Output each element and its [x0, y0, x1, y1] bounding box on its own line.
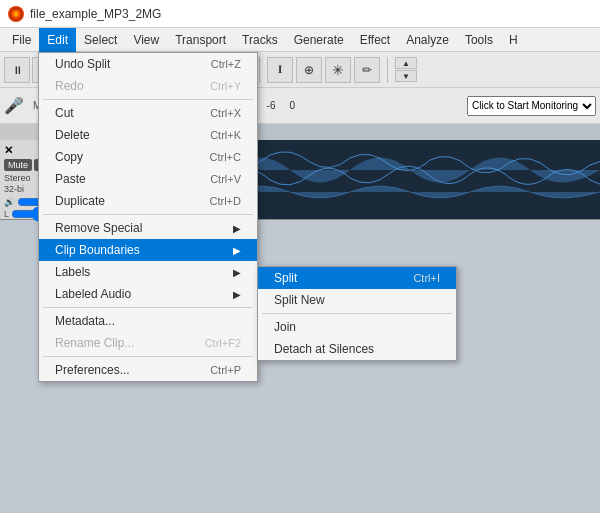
menu-duplicate[interactable]: Duplicate Ctrl+D: [39, 190, 257, 212]
menu-copy[interactable]: Copy Ctrl+C: [39, 146, 257, 168]
submenu-detach-at-silences[interactable]: Detach at Silences: [258, 338, 456, 360]
menu-cut[interactable]: Cut Ctrl+X: [39, 102, 257, 124]
svg-point-2: [14, 12, 18, 16]
cursor-tool[interactable]: 𝐈: [267, 57, 293, 83]
submenu-split-new[interactable]: Split New: [258, 289, 456, 311]
menu-effect[interactable]: Effect: [352, 28, 398, 52]
clip-boundaries-submenu: Split Ctrl+I Split New Join Detach at Si…: [257, 266, 457, 361]
pause-button[interactable]: ⏸: [4, 57, 30, 83]
sep-3: [43, 307, 253, 308]
arrow-up-button[interactable]: ▲: [395, 57, 417, 69]
mic-icon: 🎤: [4, 96, 24, 115]
app-icon: [8, 6, 24, 22]
menu-clip-boundaries[interactable]: Clip Boundaries ▶: [39, 239, 257, 261]
menu-bar: File Edit Select View Transport Tracks G…: [0, 28, 600, 52]
menu-labeled-audio[interactable]: Labeled Audio ▶: [39, 283, 257, 305]
mute-button[interactable]: Mute: [4, 159, 32, 171]
menu-transport[interactable]: Transport: [167, 28, 234, 52]
menu-edit[interactable]: Edit: [39, 28, 76, 52]
pan-label: L: [4, 209, 9, 219]
submenu-split[interactable]: Split Ctrl+I: [258, 267, 456, 289]
sep-4: [43, 356, 253, 357]
submenu-join[interactable]: Join: [258, 316, 456, 338]
menu-generate[interactable]: Generate: [286, 28, 352, 52]
menu-redo[interactable]: Redo Ctrl+Y: [39, 75, 257, 97]
asterisk-tool[interactable]: ✳: [325, 57, 351, 83]
title-bar-text: file_example_MP3_2MG: [30, 7, 161, 21]
menu-view[interactable]: View: [125, 28, 167, 52]
level-minus6: -6: [267, 100, 276, 111]
menu-rename-clip[interactable]: Rename Clip... Ctrl+F2: [39, 332, 257, 354]
submenu-sep: [262, 313, 452, 314]
menu-preferences[interactable]: Preferences... Ctrl+P: [39, 359, 257, 381]
edit-menu-popup: Undo Split Ctrl+Z Redo Ctrl+Y Cut Ctrl+X…: [38, 52, 258, 382]
menu-undo-split[interactable]: Undo Split Ctrl+Z: [39, 53, 257, 75]
menu-tracks[interactable]: Tracks: [234, 28, 286, 52]
menu-remove-special[interactable]: Remove Special ▶: [39, 217, 257, 239]
sep-1: [43, 99, 253, 100]
level-0: 0: [290, 100, 296, 111]
title-bar: file_example_MP3_2MG: [0, 0, 600, 28]
pencil-tool[interactable]: ✏: [354, 57, 380, 83]
menu-tools[interactable]: Tools: [457, 28, 501, 52]
menu-delete[interactable]: Delete Ctrl+K: [39, 124, 257, 146]
menu-help[interactable]: H: [501, 28, 526, 52]
close-track-button[interactable]: ✕: [4, 144, 13, 157]
monitoring-dropdown[interactable]: Click to Start Monitoring: [467, 96, 596, 116]
menu-analyze[interactable]: Analyze: [398, 28, 457, 52]
menu-metadata[interactable]: Metadata...: [39, 310, 257, 332]
menu-paste[interactable]: Paste Ctrl+V: [39, 168, 257, 190]
menu-select[interactable]: Select: [76, 28, 125, 52]
zoom-tool[interactable]: ⊕: [296, 57, 322, 83]
menu-labels[interactable]: Labels ▶: [39, 261, 257, 283]
menu-file[interactable]: File: [4, 28, 39, 52]
arrow-down-button[interactable]: ▼: [395, 70, 417, 82]
sep-2: [43, 214, 253, 215]
